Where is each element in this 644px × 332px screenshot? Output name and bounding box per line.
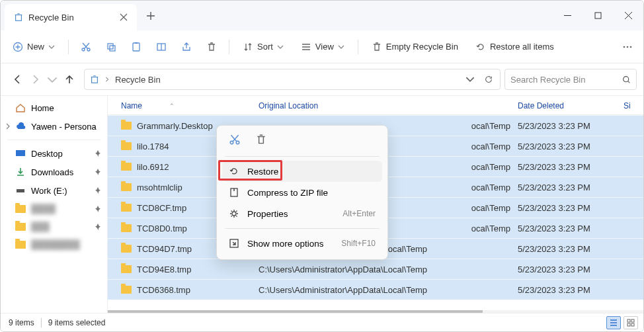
sidebar-item-folder[interactable]: ███ <box>1 218 107 235</box>
maximize-button[interactable] <box>583 1 613 30</box>
file-date: 5/23/2023 3:23 PM <box>514 142 620 151</box>
statusbar: 9 items 9 items selected <box>1 313 643 331</box>
header-size[interactable]: Si <box>620 101 643 110</box>
sidebar-item-folder[interactable]: ████████ <box>1 235 107 253</box>
toolbar: New Sort View Empty Recycle Bin Restore … <box>1 30 643 63</box>
pin-icon <box>94 168 102 176</box>
chevron-down-icon <box>338 44 344 50</box>
table-row[interactable]: TCD94E8.tmpC:\Users\Administrator\AppDat… <box>108 259 643 279</box>
close-icon[interactable] <box>120 13 128 21</box>
file-name: TCD6368.tmp <box>137 285 190 295</box>
forward-button[interactable] <box>30 74 40 85</box>
rename-icon <box>156 42 167 52</box>
sidebar-item-work[interactable]: Work (E:) <box>1 181 107 200</box>
header-name[interactable]: Name⌃ <box>108 101 257 110</box>
chevron-right-icon[interactable] <box>5 123 11 130</box>
empty-recycle-bin-button[interactable]: Empty Recycle Bin <box>365 38 465 56</box>
cloud-icon <box>15 121 26 132</box>
context-properties[interactable]: Properties Alt+Enter <box>222 203 382 224</box>
restore-all-button[interactable]: Restore all items <box>469 38 561 56</box>
file-name: msohtmlclip <box>137 183 182 192</box>
back-button[interactable] <box>13 74 23 85</box>
sidebar-item-folder[interactable]: ████ <box>1 200 107 218</box>
view-button[interactable]: View <box>294 38 351 56</box>
refresh-button[interactable] <box>484 75 493 84</box>
trash-icon[interactable] <box>255 134 267 145</box>
item-count: 9 items <box>9 318 34 327</box>
folder-icon <box>121 183 132 191</box>
delete-button[interactable] <box>201 38 222 56</box>
sidebar-onedrive-label: Yawen - Persona <box>31 122 97 132</box>
rename-button[interactable] <box>151 38 172 56</box>
copy-button[interactable] <box>101 38 122 56</box>
file-date: 5/23/2023 3:23 PM <box>514 244 620 254</box>
cut-icon <box>81 42 91 52</box>
address-bar[interactable]: Recycle Bin <box>84 69 501 90</box>
folder-icon <box>121 122 132 130</box>
sidebar-item-desktop[interactable]: Desktop <box>1 144 107 163</box>
folder-icon <box>15 241 26 249</box>
cut-button[interactable] <box>75 38 97 56</box>
cut-icon[interactable] <box>229 134 241 145</box>
icons-view-button[interactable] <box>624 316 638 329</box>
folder-icon <box>121 163 132 171</box>
context-more-label: Show more options <box>247 239 324 249</box>
new-button[interactable]: New <box>6 38 61 56</box>
tab-title: Recycle Bin <box>28 13 74 22</box>
share-button[interactable] <box>176 38 197 56</box>
sidebar-item-downloads[interactable]: Downloads <box>1 163 107 181</box>
context-more-shortcut: Shift+F10 <box>341 239 376 248</box>
sidebar-item-onedrive[interactable]: Yawen - Persona <box>1 117 107 136</box>
share-icon <box>181 42 192 52</box>
sort-button[interactable]: Sort <box>236 38 290 56</box>
table-row[interactable]: TCD6368.tmpC:\Users\Administrator\AppDat… <box>108 279 643 300</box>
new-tab-button[interactable] <box>146 11 155 21</box>
up-button[interactable] <box>64 74 75 85</box>
folder-icon <box>121 142 132 150</box>
chevron-down-icon <box>48 44 55 50</box>
trash-icon <box>372 42 382 52</box>
context-more-options[interactable]: Show more options Shift+F10 <box>222 233 382 254</box>
folder-icon <box>121 245 132 253</box>
recent-button[interactable] <box>47 74 58 85</box>
chevron-down-icon[interactable] <box>465 75 475 84</box>
svg-point-21 <box>230 141 233 144</box>
close-button[interactable] <box>613 1 643 30</box>
svg-rect-17 <box>627 319 630 322</box>
file-date: 5/23/2023 3:23 PM <box>514 203 620 213</box>
svg-point-3 <box>82 48 85 51</box>
svg-rect-0 <box>16 15 22 21</box>
paste-button[interactable] <box>126 38 147 56</box>
header-date[interactable]: Date Deleted <box>514 101 620 110</box>
restore-icon <box>229 166 239 177</box>
restore-all-label: Restore all items <box>490 42 554 52</box>
ellipsis-icon <box>622 42 633 52</box>
folder-icon <box>15 223 26 231</box>
search-input[interactable]: Search Recycle Bin <box>504 69 637 90</box>
file-date: 5/23/2023 3:23 PM <box>514 224 620 233</box>
tab-recycle-bin[interactable]: Recycle Bin <box>5 4 137 30</box>
context-restore[interactable]: Restore <box>222 161 382 182</box>
svg-point-14 <box>624 76 629 81</box>
window-controls <box>552 1 643 30</box>
download-icon <box>15 167 26 177</box>
file-date: 5/23/2023 3:23 PM <box>514 162 620 172</box>
header-location[interactable]: Original Location <box>257 101 514 110</box>
recycle-bin-icon <box>90 75 99 84</box>
sidebar-item-home[interactable]: Home <box>1 99 107 117</box>
folder-icon <box>121 224 132 232</box>
chevron-right-icon <box>104 77 110 82</box>
file-location: C:\Users\Administrator\AppData\Local\Tem… <box>257 265 514 274</box>
plus-circle-icon <box>13 42 23 52</box>
svg-point-4 <box>87 48 90 51</box>
properties-icon <box>229 208 239 219</box>
context-compress[interactable]: Compress to ZIP file <box>222 182 382 203</box>
file-name: lilo.6912 <box>137 162 169 172</box>
more-button[interactable] <box>617 38 638 56</box>
details-view-button[interactable] <box>606 316 621 329</box>
desktop-icon <box>15 148 26 159</box>
chevron-down-icon <box>277 44 284 50</box>
copy-icon <box>106 42 116 52</box>
pin-icon <box>94 149 102 157</box>
minimize-button[interactable] <box>552 1 583 30</box>
